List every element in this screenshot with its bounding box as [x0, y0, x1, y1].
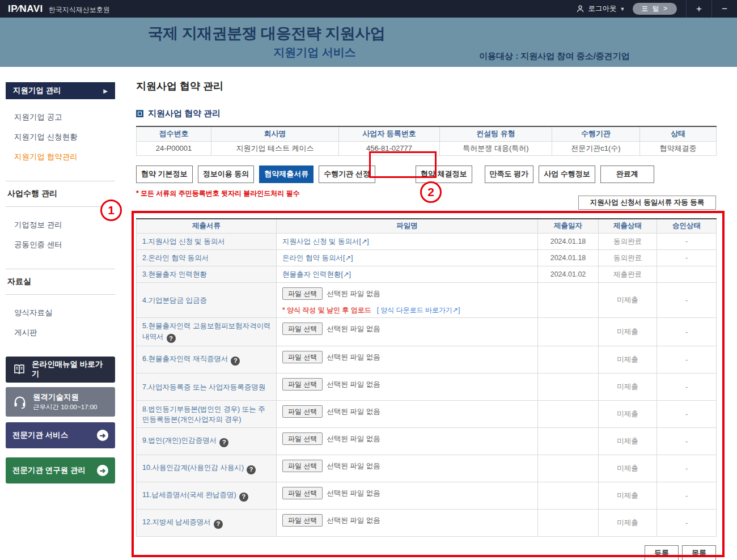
doc-file-cell: 파일 선택선택된 파일 없음 — [277, 318, 538, 346]
banner-title-block: 국제 지재권분쟁 대응전략 지원사업 지원기업 서비스 — [108, 23, 425, 60]
sidebar-root-menu[interactable]: 지원기업 관리 ▶ — [6, 82, 115, 99]
no-file-label: 선택된 파일 없음 — [327, 325, 380, 333]
font-increase-button[interactable]: + — [687, 0, 711, 18]
tab-5[interactable]: 협약 체결정보 — [416, 166, 472, 183]
tab-7[interactable]: 사업 수행정보 — [539, 166, 595, 183]
doc-file-cell: 파일 선택선택된 파일 없음 — [277, 455, 538, 482]
sidebar-item-form-library[interactable]: 양식자료실 — [14, 308, 53, 318]
sidebar-item-company-info[interactable]: 기업정보 관리 — [14, 220, 62, 230]
doc-approval-status: - — [657, 428, 717, 455]
file-select-button[interactable]: 파일 선택 — [282, 487, 323, 499]
sidebar-group-library[interactable]: 자료실 — [7, 277, 115, 287]
doc-approval-status: - — [657, 250, 717, 266]
file-open-link[interactable]: 온라인 협약 동의서[↗] — [282, 254, 353, 262]
file-select-button[interactable]: 파일 선택 — [282, 514, 323, 527]
note-row: * 모든 서류의 주민등록번호 뒷자리 블라인드처리 필수 지원사업 신청서 동… — [136, 188, 716, 215]
section-title: 지원사업 협약 관리 — [148, 108, 221, 119]
tab-4[interactable]: 수행기관 선정 — [319, 166, 375, 183]
form-download-link[interactable]: [ 양식 다운로드 바로가기↗] — [377, 306, 460, 314]
info-value-1: 24-P00001 — [137, 141, 211, 155]
doc-row-1: 1.지원사업 신청 및 동의서지원사업 신청 및 동의서[↗]2024.01.1… — [137, 234, 717, 250]
no-file-label: 선택된 파일 없음 — [327, 462, 380, 470]
auto-register-button[interactable]: 지원사업 신청서 동일서류 자동 등록 — [578, 196, 716, 210]
doc-submit-status: 미제출 — [599, 374, 657, 401]
help-icon[interactable]: ? — [239, 493, 248, 502]
agency-researcher-button[interactable]: 전문기관 연구원 관리 ➜ — [6, 457, 115, 483]
doc-approval-status: - — [657, 318, 717, 346]
info-col-header-2: 회사명 — [211, 126, 339, 141]
help-icon[interactable]: ? — [214, 520, 223, 529]
tab-1[interactable]: 협약 기본정보 — [136, 166, 193, 183]
sidebar-item-application-status[interactable]: 지원기업 신청현황 — [14, 132, 78, 142]
doc-file-cell: 파일 선택선택된 파일 없음 — [277, 482, 538, 510]
online-manual-label: 온라인매뉴얼 바로가기 — [32, 360, 108, 379]
doc-submit-status: 미제출 — [599, 428, 657, 455]
file-select-button[interactable]: 파일 선택 — [282, 323, 323, 335]
portal-button[interactable]: 포 털 > — [633, 3, 677, 15]
no-file-label: 선택된 파일 없음 — [327, 290, 380, 298]
logout-caret-icon[interactable]: ▼ — [620, 6, 625, 12]
sidebar-item-agreement-management[interactable]: 지원기업 협약관리 — [14, 152, 78, 162]
file-select-button[interactable]: 파일 선택 — [282, 432, 323, 445]
doc-approval-status: - — [657, 482, 717, 510]
file-select-button[interactable]: 파일 선택 — [282, 351, 323, 363]
doc-table-body: 1.지원사업 신청 및 동의서지원사업 신청 및 동의서[↗]2024.01.1… — [137, 234, 717, 537]
no-file-label: 선택된 파일 없음 — [327, 435, 380, 443]
doc-date — [538, 374, 599, 401]
info-col-header-5: 수행기관 — [552, 126, 640, 141]
doc-approval-status: - — [657, 283, 717, 318]
doc-file-cell: 현물출자 인력현황[↗] — [277, 266, 538, 283]
file-open-link[interactable]: 현물출자 인력현황[↗] — [282, 270, 351, 278]
tab-2[interactable]: 정보이용 동의 — [198, 166, 255, 183]
tab-8[interactable]: 완료계 — [600, 166, 654, 183]
info-value-6: 협약체결중 — [640, 141, 717, 155]
doc-col-header-2: 파일명 — [277, 219, 538, 234]
file-select-button[interactable]: 파일 선택 — [282, 405, 323, 418]
list-button[interactable]: 목록 — [682, 545, 716, 560]
info-col-header-4: 컨설팅 유형 — [440, 126, 552, 141]
file-select-button[interactable]: 파일 선택 — [282, 287, 323, 300]
help-icon[interactable]: ? — [247, 465, 256, 474]
help-icon[interactable]: ? — [231, 357, 240, 366]
register-button[interactable]: 등록 — [645, 545, 679, 560]
doc-submit-status: 미제출 — [599, 482, 657, 510]
doc-date: 2024.01.18 — [538, 234, 599, 250]
section-header: 지원사업 협약 관리 — [136, 108, 716, 119]
online-manual-button[interactable]: 온라인매뉴얼 바로가기 — [6, 357, 115, 383]
help-icon[interactable]: ? — [167, 334, 176, 343]
file-select-button[interactable]: 파일 선택 — [282, 460, 323, 472]
blind-processing-note: * 모든 서류의 주민등록번호 뒷자리 블라인드처리 필수 — [136, 189, 300, 197]
file-select-button[interactable]: 파일 선택 — [282, 378, 323, 391]
doc-row-4: 4.기업분담금 입금증파일 선택선택된 파일 없음* 양식 작성 및 날인 후 … — [137, 283, 717, 318]
doc-label: 6.현물출자인력 재직증명서? — [137, 346, 277, 374]
agreement-tabs: 협약 기본정보정보이용 동의협약제출서류수행기관 선정협약 체결정보만족도 평가… — [136, 166, 716, 183]
remote-support-button[interactable]: 원격기술지원 근무시간 10:00~17:00 — [6, 387, 115, 417]
sidebar-item-cert-center[interactable]: 공동인증 센터 — [14, 240, 62, 250]
sidebar-menu-group-2: 기업정보 관리 공동인증 센터 — [6, 207, 115, 261]
doc-row-5: 5.현물출자인력 고용보험피보험자격이력내역서?파일 선택선택된 파일 없음미제… — [137, 318, 717, 346]
tab-6[interactable]: 만족도 평가 — [485, 166, 534, 183]
doc-approval-status: - — [657, 401, 717, 428]
doc-table-header-row: 제출서류파일명제출일자제출상태승인상태 — [137, 219, 717, 234]
doc-date — [538, 482, 599, 510]
font-decrease-button[interactable]: − — [712, 0, 737, 18]
file-open-link[interactable]: 지원사업 신청 및 동의서[↗] — [282, 237, 369, 245]
doc-col-header-5: 승인상태 — [657, 219, 717, 234]
sidebar-item-announcement[interactable]: 지원기업 공고 — [14, 112, 62, 122]
doc-approval-status — [657, 266, 717, 283]
sidebar-group-project[interactable]: 사업수행 관리 — [7, 189, 115, 199]
doc-date — [538, 318, 599, 346]
footer-buttons: 등록 목록 — [136, 545, 716, 560]
no-file-label: 선택된 파일 없음 — [327, 353, 380, 361]
tab-3[interactable]: 협약제출서류 — [259, 166, 314, 183]
sidebar-item-board[interactable]: 게시판 — [14, 328, 37, 338]
arrow-circle-icon: ➜ — [97, 465, 108, 476]
headset-icon — [12, 394, 27, 409]
top-bar: IP⁄NAVI 한국지식재산보호원 로그아웃 ▼ 포 털 > + − — [0, 0, 737, 18]
logo[interactable]: IP⁄NAVI 한국지식재산보호원 — [8, 3, 110, 15]
help-icon[interactable]: ? — [219, 438, 228, 447]
agency-service-button[interactable]: 전문기관 서비스 ➜ — [6, 422, 115, 448]
doc-label: 8.법인등기부등본(법인인 경우) 또는 주민등록등본(개인사업자의 경우) — [137, 401, 277, 428]
square-bullet-icon — [136, 110, 143, 117]
logout-button[interactable]: 로그아웃 — [588, 4, 616, 14]
